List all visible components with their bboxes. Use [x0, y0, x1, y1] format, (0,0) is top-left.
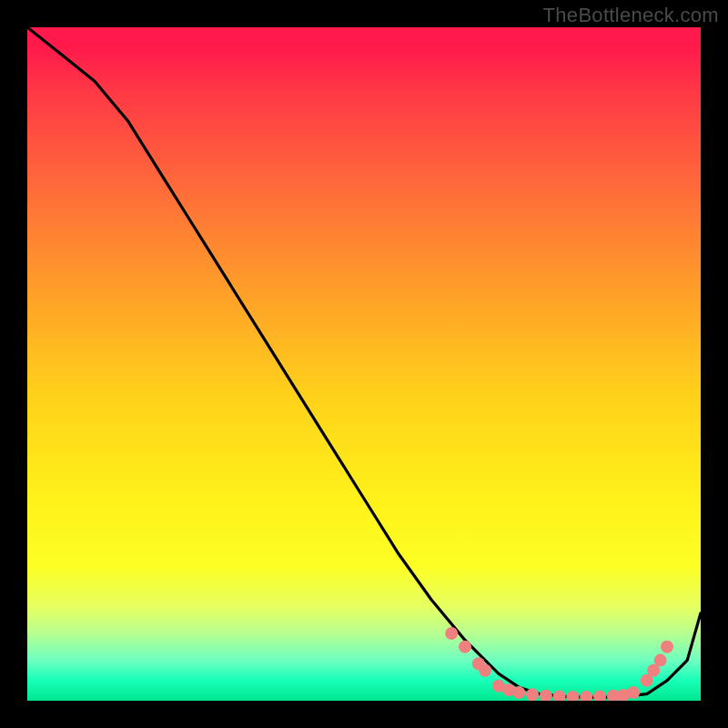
bottleneck-curve	[27, 27, 701, 697]
highlight-dot	[445, 627, 458, 640]
highlight-dot	[553, 691, 566, 701]
plot-area	[27, 27, 701, 701]
highlight-dot	[580, 691, 592, 701]
highlight-dot	[459, 641, 471, 653]
curve-layer	[27, 27, 701, 701]
highlight-dot	[654, 654, 667, 667]
highlight-dot	[512, 686, 525, 699]
highlight-dot	[479, 664, 491, 677]
highlight-dot	[526, 688, 539, 701]
highlight-dot	[661, 641, 673, 653]
highlight-dots	[445, 627, 673, 701]
watermark-text: TheBottleneck.com	[543, 4, 719, 27]
highlight-dot	[627, 686, 640, 699]
highlight-dot	[566, 691, 579, 701]
chart-frame: TheBottleneck.com	[0, 0, 728, 728]
highlight-dot	[540, 690, 552, 701]
highlight-dot	[593, 691, 606, 701]
